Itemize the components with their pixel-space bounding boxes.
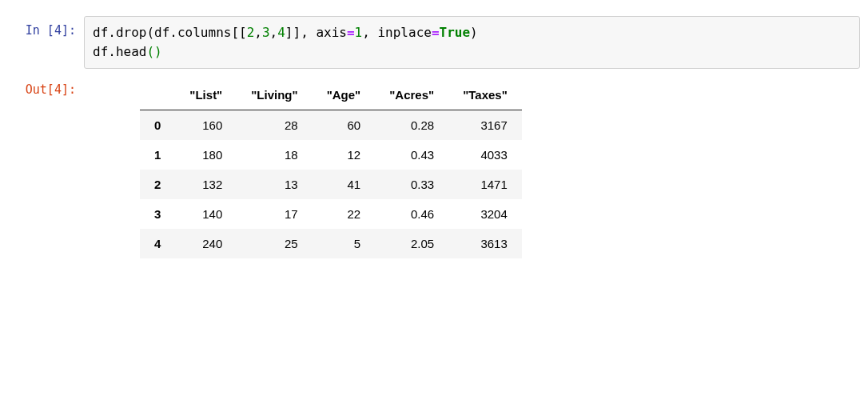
row-index: 4 [140, 229, 175, 258]
code-input[interactable]: df.drop(df.columns[[2,3,4]], axis=1, inp… [84, 16, 860, 69]
in-prefix: In [ [26, 23, 54, 38]
output-prompt: Out[4]: [8, 75, 84, 98]
in-num: 4 [54, 23, 62, 38]
col-header: "Living" [237, 80, 312, 110]
col-header: "Taxes" [448, 80, 522, 110]
table-row: 1 180 18 12 0.43 4033 [140, 140, 522, 170]
code-token: , [270, 25, 278, 40]
row-index: 2 [140, 170, 175, 199]
code-operator: = [347, 25, 355, 40]
table-row: 3 140 17 22 0.46 3204 [140, 199, 522, 229]
code-number: 1 [355, 25, 363, 40]
table-row: 2 132 13 41 0.33 1471 [140, 170, 522, 199]
code-number: 2 [247, 25, 255, 40]
cell: 0.33 [375, 170, 448, 199]
cell: 28 [237, 110, 312, 141]
dataframe-table: "List" "Living" "Age" "Acres" "Taxes" 0 … [140, 80, 522, 258]
cell: 17 [237, 199, 312, 229]
col-header: "Acres" [375, 80, 448, 110]
cell: 25 [237, 229, 312, 258]
code-token: ]], axis [285, 25, 347, 40]
cell: 0.43 [375, 140, 448, 170]
cell: 180 [175, 140, 237, 170]
table-header: "List" "Living" "Age" "Acres" "Taxes" [140, 80, 522, 110]
code-number: 3 [262, 25, 270, 40]
cell: 13 [237, 170, 312, 199]
cell: 5 [313, 229, 376, 258]
input-prompt: In [4]: [8, 16, 84, 39]
cell: 18 [237, 140, 312, 170]
code-keyword: True [440, 25, 471, 40]
table-body: 0 160 28 60 0.28 3167 1 180 18 12 0.43 4… [140, 110, 522, 259]
cell: 12 [313, 140, 376, 170]
header-row: "List" "Living" "Age" "Acres" "Taxes" [140, 80, 522, 110]
cell: 3204 [448, 199, 522, 229]
out-num: 4 [54, 82, 62, 97]
code-token: , inplace [362, 25, 432, 40]
cell: 4033 [448, 140, 522, 170]
out-prefix: Out[ [26, 82, 54, 97]
cell: 240 [175, 229, 237, 258]
code-token: df.drop(df.columns[[ [93, 25, 247, 40]
output-area: "List" "Living" "Age" "Acres" "Taxes" 0 … [84, 75, 860, 258]
in-suffix: ]: [62, 23, 76, 38]
cell: 3613 [448, 229, 522, 258]
cell: 140 [175, 199, 237, 229]
code-token: df.head [93, 44, 146, 59]
cell: 2.05 [375, 229, 448, 258]
code-token: , [254, 25, 262, 40]
index-header [140, 80, 175, 110]
col-header: "List" [175, 80, 237, 110]
cell: 0.28 [375, 110, 448, 141]
table-row: 4 240 25 5 2.05 3613 [140, 229, 522, 258]
code-paren: ( [146, 44, 154, 59]
cell: 60 [313, 110, 376, 141]
row-index: 1 [140, 140, 175, 170]
out-suffix: ]: [62, 82, 76, 97]
code-paren: ) [154, 44, 162, 59]
code-number: 4 [277, 25, 285, 40]
row-index: 0 [140, 110, 175, 141]
col-header: "Age" [313, 80, 376, 110]
code-operator: = [432, 25, 440, 40]
cell: 0.46 [375, 199, 448, 229]
cell: 41 [313, 170, 376, 199]
table-row: 0 160 28 60 0.28 3167 [140, 110, 522, 141]
cell: 22 [313, 199, 376, 229]
output-cell: Out[4]: "List" "Living" "Age" "Acres" "T… [8, 75, 860, 258]
cell: 3167 [448, 110, 522, 141]
cell: 1471 [448, 170, 522, 199]
code-token: ) [470, 25, 478, 40]
row-index: 3 [140, 199, 175, 229]
input-cell: In [4]: df.drop(df.columns[[2,3,4]], axi… [8, 16, 860, 69]
cell: 132 [175, 170, 237, 199]
cell: 160 [175, 110, 237, 141]
